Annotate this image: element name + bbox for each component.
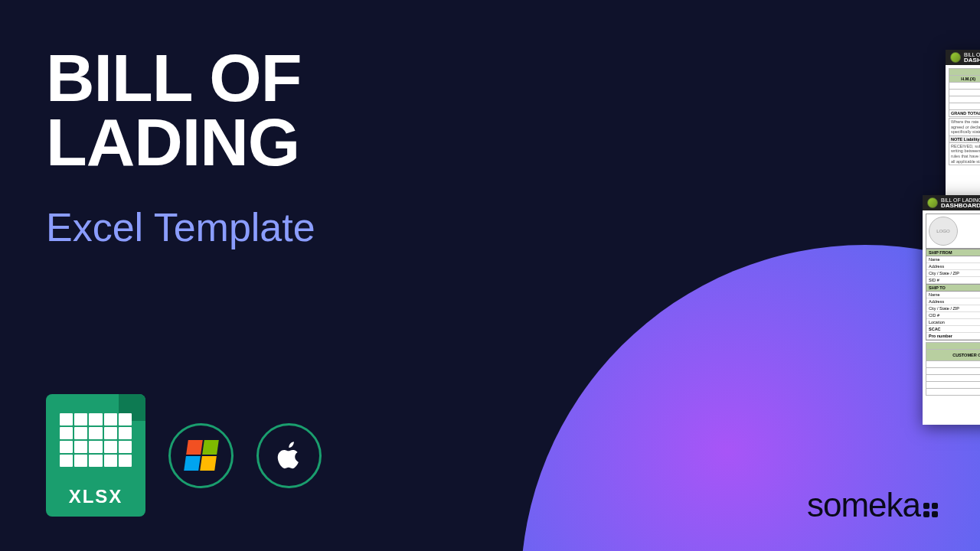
subtitle: Excel Template bbox=[46, 204, 315, 250]
logo-placeholder: LOGO bbox=[929, 217, 958, 246]
template-logo-icon bbox=[927, 197, 938, 208]
icon-row: XLSX bbox=[46, 394, 322, 517]
apple-icon bbox=[256, 423, 322, 488]
title-block: BILL OF LADING Excel Template bbox=[46, 46, 315, 250]
xlsx-label: XLSX bbox=[46, 486, 145, 507]
template-logo-icon bbox=[950, 52, 961, 63]
xlsx-file-icon: XLSX bbox=[46, 394, 145, 517]
title-line-2: LADING bbox=[46, 110, 315, 174]
windows-icon bbox=[168, 423, 234, 488]
title-line-1: BILL OF bbox=[46, 46, 315, 110]
screenshot-bol-form: BILL OF LADINGDASHBOARD someka LOGO COMP… bbox=[923, 195, 980, 425]
screenshot-carrier-info: BILL OF LADINGDASHBOARD someka CARRIER I… bbox=[946, 50, 980, 210]
someka-logo: someka bbox=[807, 486, 938, 524]
